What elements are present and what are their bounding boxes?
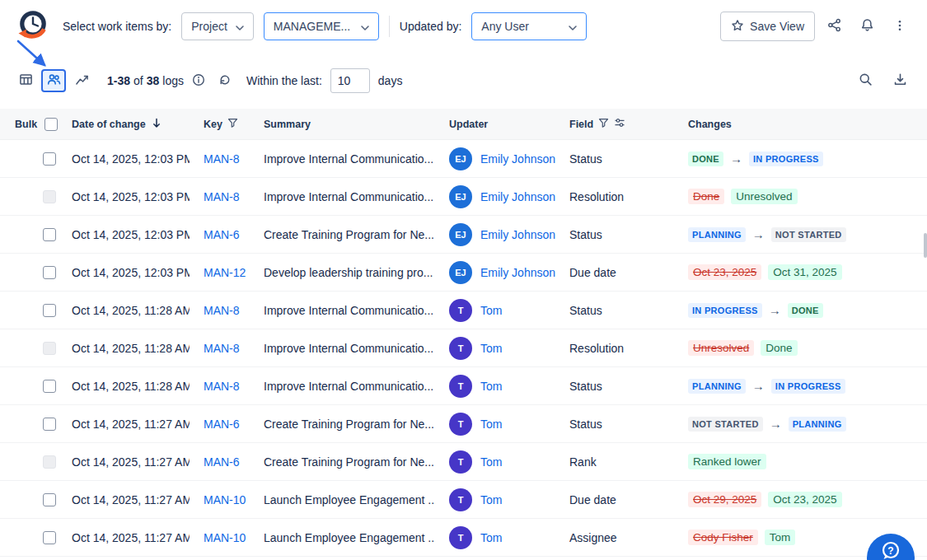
search-button[interactable] — [851, 67, 879, 95]
change-arrow-icon: → — [730, 152, 742, 166]
row-checkbox[interactable] — [43, 531, 56, 544]
value-badge: Oct 23, 2025 — [688, 264, 761, 280]
field-text: Due date — [569, 493, 616, 506]
updater-link[interactable]: Emily Johnson — [480, 190, 555, 203]
field-text: Status — [569, 152, 602, 166]
table-row: Oct 14, 2025, 11:28 AM MAN-8 Improve Int… — [0, 292, 927, 329]
days-input[interactable] — [330, 68, 370, 93]
avatar: T — [449, 375, 472, 398]
date-text: Oct 14, 2025, 11:28 AM — [72, 304, 190, 317]
row-checkbox[interactable] — [43, 455, 56, 469]
filter-funnel-icon[interactable] — [227, 118, 238, 131]
user-filter-dropdown[interactable]: Any User — [471, 12, 587, 40]
updater-link[interactable]: Emily Johnson — [480, 152, 555, 166]
updater-link[interactable]: Tom — [480, 380, 502, 393]
row-checkbox[interactable] — [43, 342, 56, 355]
table-view-button[interactable] — [13, 69, 38, 92]
changes-cell: UnresolvedDone — [674, 340, 927, 356]
row-checkbox[interactable] — [43, 190, 56, 203]
key-link[interactable]: MAN-6 — [204, 418, 240, 431]
updater-link[interactable]: Tom — [480, 493, 502, 506]
updater-link[interactable]: Tom — [480, 342, 502, 355]
table-row: Oct 14, 2025, 12:03 PM MAN-12 Develop le… — [0, 254, 927, 292]
svg-text:?: ? — [887, 545, 893, 557]
people-view-button[interactable] — [41, 69, 66, 92]
date-text: Oct 14, 2025, 11:27 AM — [72, 531, 190, 544]
field-text: Status — [569, 304, 602, 317]
count-of: of — [133, 74, 143, 87]
more-options-button[interactable] — [886, 12, 914, 40]
row-checkbox[interactable] — [43, 228, 56, 241]
filter-funnel-icon[interactable] — [598, 118, 609, 131]
updater-link[interactable]: Tom — [480, 304, 502, 317]
key-link[interactable]: MAN-10 — [204, 531, 246, 544]
row-checkbox[interactable] — [43, 152, 56, 166]
change-arrow-icon: → — [770, 417, 782, 431]
log-toolbar: 1-38 of 38 logs Within the last: days — [0, 61, 927, 100]
summary-text: Launch Employee Engagement ... — [264, 531, 435, 544]
row-checkbox[interactable] — [43, 304, 56, 317]
row-checkbox[interactable] — [43, 380, 56, 393]
row-checkbox[interactable] — [43, 418, 56, 431]
changes-cell: PLANNING→IN PROGRESS — [674, 379, 927, 394]
date-text: Oct 14, 2025, 11:27 AM — [72, 455, 190, 469]
scrollbar-thumb[interactable] — [924, 233, 927, 258]
project-value-dropdown[interactable]: MANAGEME... — [264, 12, 379, 40]
date-text: Oct 14, 2025, 11:27 AM — [72, 418, 190, 431]
key-link[interactable]: MAN-8 — [204, 380, 240, 393]
count-logs: logs — [162, 74, 184, 87]
updater-link[interactable]: Tom — [480, 418, 502, 431]
sort-desc-icon[interactable] — [151, 117, 162, 131]
status-badge: PLANNING — [789, 417, 846, 432]
updater-link[interactable]: Emily Johnson — [480, 266, 555, 279]
avatar: T — [449, 450, 472, 474]
field-column-label: Field — [569, 119, 593, 130]
field-text: Resolution — [569, 342, 624, 355]
info-button[interactable] — [187, 69, 210, 92]
top-bar-actions: Save View — [720, 12, 914, 41]
key-link[interactable]: MAN-6 — [204, 455, 240, 469]
key-link[interactable]: MAN-12 — [204, 266, 246, 279]
row-checkbox[interactable] — [43, 266, 56, 279]
key-link[interactable]: MAN-8 — [204, 190, 240, 203]
updater-link[interactable]: Tom — [480, 531, 502, 544]
user-filter-label: Any User — [481, 20, 529, 33]
column-summary: Summary — [250, 119, 435, 130]
avatar: EJ — [449, 185, 472, 208]
column-field: Field — [555, 117, 674, 131]
key-link[interactable]: MAN-6 — [204, 228, 240, 241]
field-text: Resolution — [569, 190, 624, 203]
select-all-checkbox[interactable] — [44, 118, 58, 131]
table-row: Oct 14, 2025, 11:27 AM MAN-10 Launch Emp… — [0, 481, 927, 519]
updater-link[interactable]: Tom — [480, 455, 502, 469]
search-icon — [859, 72, 873, 89]
select-work-items-label: Select work items by: — [63, 20, 171, 33]
share-icon — [827, 18, 841, 35]
avatar: EJ — [449, 147, 472, 170]
value-badge: Done — [761, 340, 797, 356]
key-link[interactable]: MAN-10 — [204, 493, 246, 506]
chart-view-button[interactable] — [69, 69, 94, 92]
status-badge: PLANNING — [688, 227, 746, 242]
value-badge: Oct 23, 2025 — [768, 492, 841, 507]
status-badge: IN PROGRESS — [749, 152, 823, 166]
key-link[interactable]: MAN-8 — [204, 342, 240, 355]
save-view-button[interactable]: Save View — [720, 12, 815, 41]
days-unit-label: days — [378, 74, 403, 87]
value-badge: Tom — [765, 530, 796, 545]
avatar: T — [449, 526, 472, 549]
project-filter-dropdown[interactable]: Project — [181, 12, 254, 40]
refresh-button[interactable] — [213, 69, 236, 92]
key-link[interactable]: MAN-8 — [204, 152, 240, 166]
field-settings-sliders-icon[interactable] — [614, 117, 625, 131]
row-checkbox[interactable] — [43, 493, 56, 506]
avatar: EJ — [449, 223, 472, 246]
key-link[interactable]: MAN-8 — [204, 304, 240, 317]
updater-link[interactable]: Emily Johnson — [480, 228, 555, 241]
download-icon — [893, 72, 907, 89]
share-button[interactable] — [820, 12, 848, 40]
app-logo-icon — [13, 7, 51, 45]
export-button[interactable] — [886, 67, 914, 95]
bulk-column-label: Bulk — [15, 119, 37, 130]
notifications-button[interactable] — [853, 12, 881, 40]
